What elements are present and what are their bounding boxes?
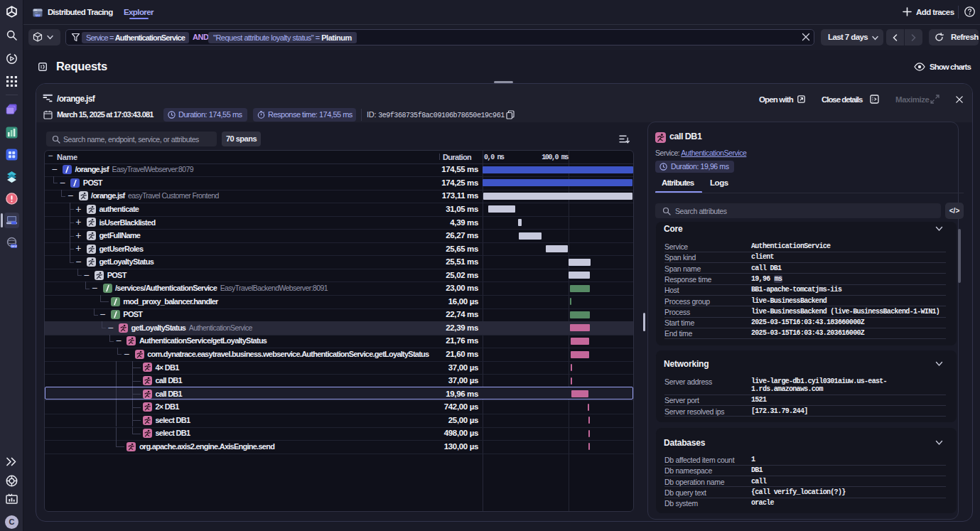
svg-text:NEW: NEW — [36, 14, 41, 16]
svg-text:NEW: NEW — [11, 245, 17, 248]
